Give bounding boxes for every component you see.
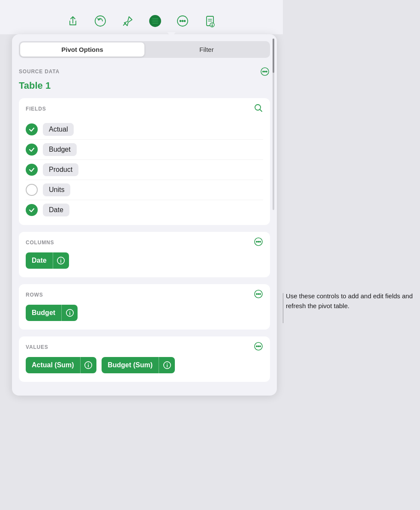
scrollbar[interactable] bbox=[273, 39, 274, 210]
pill-budget-sum: Budget (Sum) bbox=[102, 357, 175, 373]
field-tag-product[interactable]: Product bbox=[43, 163, 78, 176]
checkbox-product[interactable] bbox=[26, 164, 38, 176]
pill-actual-sum-info-icon[interactable] bbox=[80, 357, 96, 373]
pill-actual-sum-label: Actual (Sum) bbox=[26, 358, 80, 372]
field-tag-date[interactable]: Date bbox=[43, 204, 69, 216]
svg-line-20 bbox=[260, 110, 262, 112]
tooltip-area: Use these controls to add and edit field… bbox=[283, 291, 416, 323]
svg-point-23 bbox=[258, 241, 259, 242]
svg-point-18 bbox=[266, 71, 267, 72]
rows-pills: Budget bbox=[26, 305, 263, 324]
fields-label: FIELDS bbox=[26, 106, 46, 112]
fields-search-icon[interactable] bbox=[254, 103, 263, 114]
values-pills: Actual (Sum) Budget (Sum) bbox=[26, 357, 263, 377]
svg-point-41 bbox=[88, 363, 89, 364]
source-table-name: Table 1 bbox=[19, 80, 270, 91]
source-data-section: SOURCE DATA Table 1 bbox=[19, 66, 270, 91]
fields-section: FIELDS Actual Bu bbox=[19, 98, 270, 225]
svg-point-16 bbox=[263, 71, 264, 72]
values-more-icon[interactable] bbox=[254, 342, 263, 353]
undo-icon[interactable] bbox=[93, 13, 108, 29]
checkbox-date[interactable] bbox=[26, 204, 38, 216]
tab-caret bbox=[167, 32, 176, 37]
columns-section: COLUMNS Date bbox=[19, 232, 270, 277]
svg-point-8 bbox=[184, 21, 186, 22]
field-row-units: Units bbox=[26, 180, 263, 200]
menu-active-icon[interactable] bbox=[147, 13, 163, 29]
source-data-more-icon[interactable] bbox=[260, 66, 270, 77]
svg-point-24 bbox=[260, 241, 261, 242]
svg-point-34 bbox=[69, 311, 70, 312]
document-icon[interactable] bbox=[202, 13, 218, 29]
pill-date-info-icon[interactable] bbox=[53, 252, 69, 269]
svg-point-30 bbox=[258, 294, 259, 294]
values-label: VALUES bbox=[26, 344, 48, 350]
tabs-container: Pivot Options Filter bbox=[19, 41, 270, 58]
svg-point-27 bbox=[60, 258, 61, 259]
svg-point-0 bbox=[95, 16, 105, 26]
svg-point-6 bbox=[180, 21, 181, 22]
field-row-product: Product bbox=[26, 160, 263, 180]
tab-pivot-options[interactable]: Pivot Options bbox=[20, 42, 144, 57]
values-header: VALUES bbox=[26, 342, 263, 353]
rows-header: ROWS bbox=[26, 289, 263, 300]
pill-actual-sum: Actual (Sum) bbox=[26, 357, 96, 373]
tab-filter[interactable]: Filter bbox=[144, 42, 269, 57]
share-icon[interactable] bbox=[65, 13, 81, 29]
svg-point-22 bbox=[256, 241, 257, 242]
svg-point-44 bbox=[167, 363, 168, 364]
columns-header: COLUMNS bbox=[26, 237, 263, 248]
svg-point-36 bbox=[256, 346, 257, 347]
pill-date-label: Date bbox=[26, 253, 53, 268]
checkbox-units[interactable] bbox=[26, 184, 38, 196]
columns-more-icon[interactable] bbox=[254, 237, 263, 248]
toolbar bbox=[0, 0, 283, 34]
svg-point-29 bbox=[256, 294, 257, 294]
pill-budget-info-icon[interactable] bbox=[61, 305, 78, 321]
pill-budget-row: Budget bbox=[26, 305, 78, 321]
svg-point-17 bbox=[264, 71, 265, 72]
source-data-label: SOURCE DATA bbox=[19, 66, 270, 77]
pill-budget-label: Budget bbox=[26, 306, 61, 320]
checkbox-budget[interactable] bbox=[26, 144, 38, 156]
tooltip-text: Use these controls to add and edit field… bbox=[286, 291, 416, 311]
pill-budget-sum-info-icon[interactable] bbox=[159, 357, 175, 373]
svg-point-38 bbox=[260, 346, 261, 347]
field-row-actual: Actual bbox=[26, 120, 263, 140]
svg-point-31 bbox=[260, 294, 261, 294]
field-row-date: Date bbox=[26, 200, 263, 220]
svg-point-12 bbox=[212, 25, 213, 26]
checkbox-actual[interactable] bbox=[26, 123, 38, 135]
field-tag-actual[interactable]: Actual bbox=[43, 123, 74, 136]
fields-header: FIELDS bbox=[26, 103, 263, 114]
svg-point-37 bbox=[258, 346, 259, 347]
pill-budget-sum-label: Budget (Sum) bbox=[102, 358, 159, 372]
field-tag-budget[interactable]: Budget bbox=[43, 143, 77, 156]
values-section: VALUES Actual (Sum) bbox=[19, 336, 270, 382]
field-tag-units[interactable]: Units bbox=[43, 183, 70, 196]
pill-date-column: Date bbox=[26, 252, 69, 269]
rows-label: ROWS bbox=[26, 292, 43, 298]
rows-section: ROWS Budget bbox=[19, 284, 270, 330]
svg-point-7 bbox=[182, 21, 183, 22]
more-icon[interactable] bbox=[175, 13, 190, 29]
pin-icon[interactable] bbox=[120, 13, 135, 29]
columns-label: COLUMNS bbox=[26, 240, 54, 246]
columns-pills: Date bbox=[26, 252, 263, 272]
tooltip-line bbox=[283, 293, 283, 323]
field-row-budget: Budget bbox=[26, 140, 263, 160]
rows-more-icon[interactable] bbox=[254, 289, 263, 300]
panel: Pivot Options Filter SOURCE DATA Table 1… bbox=[12, 34, 277, 396]
scrollbar-thumb[interactable] bbox=[273, 39, 274, 73]
